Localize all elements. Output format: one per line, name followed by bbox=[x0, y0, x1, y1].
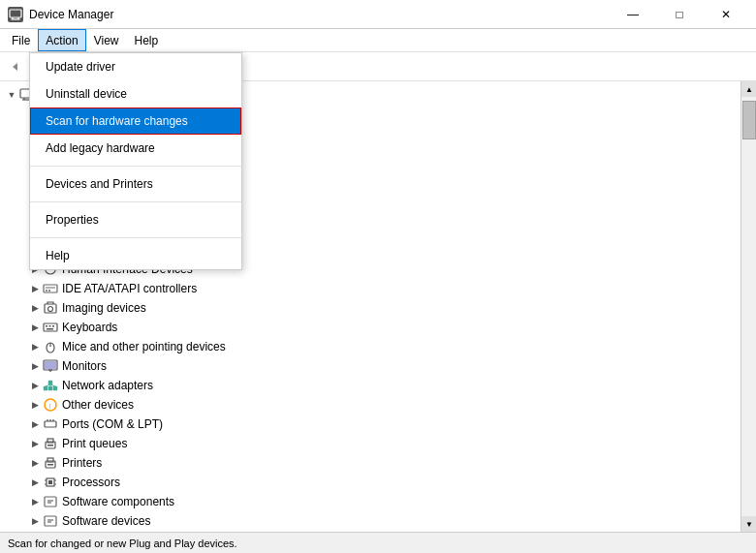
tree-item-ide[interactable]: ▶IDE ATA/ATAPI controllers bbox=[0, 279, 740, 298]
printqueues-label: Print queues bbox=[62, 437, 127, 450]
svg-rect-49 bbox=[52, 325, 54, 327]
svg-rect-60 bbox=[48, 381, 52, 384]
title-bar: Device Manager — □ ✕ bbox=[0, 0, 756, 29]
menu-view[interactable]: View bbox=[86, 29, 127, 51]
action-dropdown-menu: Update driver Uninstall device Scan for … bbox=[29, 52, 242, 270]
other-chevron-icon: ▶ bbox=[27, 397, 43, 413]
processors-device-icon bbox=[43, 475, 58, 490]
menu-bar: File Action View Help bbox=[0, 29, 756, 52]
softcomp-label: Software components bbox=[62, 495, 174, 508]
tree-item-softcomp[interactable]: ▶Software components bbox=[0, 492, 740, 511]
title-text: Device Manager bbox=[29, 8, 113, 21]
mice-device-icon bbox=[43, 339, 58, 354]
scroll-track[interactable] bbox=[741, 97, 756, 516]
svg-line-61 bbox=[46, 384, 50, 386]
svg-rect-75 bbox=[47, 464, 53, 466]
printers-chevron-icon: ▶ bbox=[27, 455, 43, 471]
softdev-chevron-icon: ▶ bbox=[27, 513, 43, 529]
title-controls: — □ ✕ bbox=[611, 0, 748, 29]
keyboards-device-icon bbox=[43, 320, 58, 335]
svg-rect-0 bbox=[10, 10, 21, 17]
ide-chevron-icon: ▶ bbox=[27, 281, 43, 296]
svg-marker-4 bbox=[13, 63, 17, 71]
ide-label: IDE ATA/ATAPI controllers bbox=[62, 282, 197, 295]
menu-file[interactable]: File bbox=[4, 29, 38, 51]
dropdown-help[interactable]: Help bbox=[30, 242, 241, 269]
tree-item-network[interactable]: ▶Network adapters bbox=[0, 376, 740, 395]
dropdown-uninstall-device[interactable]: Uninstall device bbox=[30, 80, 241, 108]
menu-help[interactable]: Help bbox=[127, 29, 167, 51]
dropdown-separator-1 bbox=[30, 166, 241, 167]
softdev-label: Software devices bbox=[62, 514, 150, 528]
dropdown-separator-2 bbox=[30, 201, 241, 202]
tree-item-printers[interactable]: ▶Printers bbox=[0, 453, 740, 473]
printers-device-icon bbox=[43, 455, 58, 471]
printqueues-chevron-icon: ▶ bbox=[27, 436, 43, 451]
tree-item-other[interactable]: ▶!Other devices bbox=[0, 395, 740, 415]
imaging-device-icon bbox=[43, 300, 58, 316]
maximize-button[interactable]: □ bbox=[657, 0, 702, 29]
scrollbar[interactable]: ▲ ▼ bbox=[740, 81, 756, 532]
scroll-thumb[interactable] bbox=[742, 101, 756, 139]
svg-point-43 bbox=[48, 290, 50, 292]
svg-rect-72 bbox=[47, 445, 53, 446]
svg-rect-54 bbox=[45, 361, 56, 369]
tree-item-mice[interactable]: ▶Mice and other pointing devices bbox=[0, 337, 740, 356]
svg-rect-85 bbox=[45, 516, 56, 526]
svg-point-45 bbox=[48, 307, 53, 312]
network-label: Network adapters bbox=[62, 379, 153, 392]
svg-rect-48 bbox=[49, 325, 51, 327]
tree-item-monitors[interactable]: ▶Monitors bbox=[0, 356, 740, 376]
svg-line-62 bbox=[50, 384, 55, 386]
status-text: Scan for changed or new Plug and Play de… bbox=[8, 538, 237, 549]
svg-rect-46 bbox=[44, 323, 57, 331]
tree-item-imaging[interactable]: ▶Imaging devices bbox=[0, 298, 740, 318]
svg-point-42 bbox=[46, 290, 47, 292]
monitors-device-icon bbox=[43, 358, 58, 374]
tree-item-keyboards[interactable]: ▶Keyboards bbox=[0, 318, 740, 337]
title-left: Device Manager bbox=[8, 7, 113, 22]
softcomp-chevron-icon: ▶ bbox=[27, 494, 43, 509]
dropdown-add-legacy[interactable]: Add legacy hardware bbox=[30, 135, 241, 162]
svg-rect-77 bbox=[48, 480, 52, 484]
mice-label: Mice and other pointing devices bbox=[62, 340, 226, 353]
other-label: Other devices bbox=[62, 398, 134, 412]
tree-item-ports[interactable]: ▶Ports (COM & LPT) bbox=[0, 415, 740, 434]
printqueues-device-icon bbox=[43, 436, 58, 451]
dropdown-scan-hardware[interactable]: Scan for hardware changes bbox=[30, 108, 241, 135]
monitors-chevron-icon: ▶ bbox=[27, 358, 43, 374]
monitors-label: Monitors bbox=[62, 359, 107, 373]
keyboards-label: Keyboards bbox=[62, 321, 117, 334]
imaging-chevron-icon: ▶ bbox=[27, 300, 43, 316]
tree-item-processors[interactable]: ▶Processors bbox=[0, 473, 740, 492]
other-device-icon: ! bbox=[43, 397, 58, 413]
tree-item-sound[interactable]: ▶Sound, video and game controllers bbox=[0, 531, 740, 532]
close-button[interactable]: ✕ bbox=[704, 0, 748, 29]
menu-action[interactable]: Action bbox=[38, 29, 85, 51]
mice-chevron-icon: ▶ bbox=[27, 339, 43, 354]
dropdown-properties[interactable]: Properties bbox=[30, 206, 241, 233]
root-chevron-icon: ▼ bbox=[4, 87, 19, 103]
printers-label: Printers bbox=[62, 456, 102, 470]
scroll-up-button[interactable]: ▲ bbox=[741, 81, 756, 97]
network-chevron-icon: ▶ bbox=[27, 378, 43, 393]
status-bar: Scan for changed or new Plug and Play de… bbox=[0, 532, 756, 553]
ports-label: Ports (COM & LPT) bbox=[62, 417, 163, 431]
svg-rect-50 bbox=[47, 328, 53, 330]
minimize-button[interactable]: — bbox=[611, 0, 655, 29]
svg-rect-47 bbox=[46, 325, 47, 327]
back-button[interactable] bbox=[4, 55, 27, 78]
dropdown-separator-3 bbox=[30, 237, 241, 238]
dropdown-devices-printers[interactable]: Devices and Printers bbox=[30, 170, 241, 198]
dropdown-update-driver[interactable]: Update driver bbox=[30, 53, 241, 80]
svg-rect-57 bbox=[44, 386, 47, 390]
ide-device-icon bbox=[43, 281, 58, 296]
scroll-down-button[interactable]: ▼ bbox=[741, 516, 756, 532]
keyboards-chevron-icon: ▶ bbox=[27, 320, 43, 335]
processors-label: Processors bbox=[62, 476, 120, 489]
app-icon bbox=[8, 7, 23, 22]
network-device-icon bbox=[43, 378, 58, 393]
tree-item-printqueues[interactable]: ▶Print queues bbox=[0, 434, 740, 453]
tree-item-softdev[interactable]: ▶Software devices bbox=[0, 511, 740, 531]
svg-rect-82 bbox=[45, 497, 56, 507]
